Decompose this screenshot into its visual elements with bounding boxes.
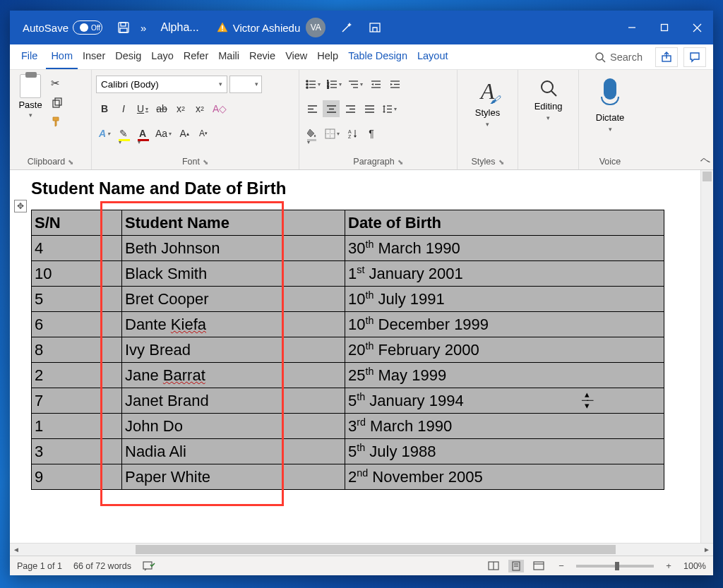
header-dob[interactable]: Date of Birth [345,210,664,236]
autosave-toggle[interactable]: AutoSave Off [23,20,102,35]
multilevel-button[interactable] [346,76,365,92]
dialog-launcher-icon[interactable]: ⬊ [68,158,73,166]
cell-dob[interactable]: 2nd November 2005 [345,464,664,490]
copy-icon[interactable] [51,97,63,109]
table-header-row[interactable]: S/N Student Name Date of Birth [32,210,664,236]
cell-name[interactable]: Nadia Ali [122,439,345,464]
table-row[interactable]: 3Nadia Ali5th July 1988 [32,439,664,464]
document-heading[interactable]: Student Name and Date of Birth [31,179,700,198]
sort-button[interactable]: AZ [344,125,361,142]
shading-button[interactable] [304,125,321,142]
close-button[interactable] [681,11,713,44]
tab-help[interactable]: Help [312,44,343,69]
cell-name[interactable]: Paper White [122,464,345,490]
document-area[interactable]: Student Name and Date of Birth ✥ S/N Stu… [10,170,713,543]
table-move-handle-icon[interactable]: ✥ [14,200,27,212]
cell-dob[interactable]: 25th May 1999 [345,363,664,388]
scroll-right-icon[interactable]: ► [700,544,713,556]
tab-references[interactable]: Refer [179,44,213,69]
table-row[interactable]: 10Black Smith1st January 2001 [32,261,664,287]
format-painter-icon[interactable] [51,116,63,128]
clear-format-icon[interactable]: A◇ [210,100,229,117]
maximize-button[interactable] [648,11,681,44]
align-left-button[interactable] [304,100,321,117]
table-row[interactable]: 5Bret Cooper10th July 1991 [32,287,664,312]
tab-layout[interactable]: Layo [146,44,178,69]
cell-name[interactable]: Janet Brand [122,388,345,414]
cell-sn[interactable]: 10 [32,261,122,287]
font-color-button[interactable]: A [134,125,151,142]
cell-dob[interactable]: 10th December 1999 [345,312,664,337]
table-row[interactable]: 6Dante Kiefa10th December 1999 [32,312,664,337]
cell-name[interactable]: Ivy Bread [122,337,345,363]
horizontal-scrollbar[interactable]: ◄ ► [10,543,713,556]
cell-sn[interactable]: 9 [32,464,122,490]
search-box[interactable]: Search [585,52,652,63]
student-table[interactable]: S/N Student Name Date of Birth 4Beth Joh… [31,210,664,490]
font-name-select[interactable]: Calibri (Body)▾ [96,76,227,93]
cell-dob[interactable]: 5th July 1988 [345,439,664,464]
cell-name[interactable]: Beth Johnson [122,236,345,261]
tab-insert[interactable]: Inser [78,44,110,69]
cell-sn[interactable]: 1 [32,414,122,439]
grow-font-button[interactable]: A▴ [176,125,193,142]
table-row[interactable]: 7Janet Brand5th January 1994 [32,388,664,414]
save-icon[interactable] [116,20,131,35]
bullets-button[interactable] [304,76,323,92]
zoom-out-button[interactable]: − [554,560,569,572]
cell-dob[interactable]: 5th January 1994 [345,388,664,414]
read-mode-icon[interactable] [486,560,501,572]
cell-sn[interactable]: 6 [32,312,122,337]
magic-icon[interactable] [340,20,354,35]
share-button[interactable] [655,47,678,67]
change-case-button[interactable]: Aa [153,125,174,142]
tab-home[interactable]: Hom [46,44,78,69]
cell-name[interactable]: Dante Kiefa [122,312,345,337]
tab-design[interactable]: Desig [110,44,146,69]
bold-button[interactable]: B [96,100,113,117]
tab-mailings[interactable]: Maili [213,44,244,69]
shrink-font-button[interactable]: A▾ [195,125,212,142]
tab-file[interactable]: File [14,44,46,69]
cell-sn[interactable]: 2 [32,363,122,388]
print-layout-icon[interactable] [508,560,524,572]
paste-button[interactable]: Paste ▾ [14,74,47,119]
borders-button[interactable] [323,125,342,142]
editing-button[interactable]: Editing ▾ [523,74,574,121]
text-effects-button[interactable]: A [96,125,113,142]
zoom-in-button[interactable]: + [661,560,676,572]
align-center-button[interactable] [323,100,340,117]
tab-review[interactable]: Revie [244,44,280,69]
line-spacing-button[interactable] [380,100,399,117]
show-marks-button[interactable]: ¶ [363,125,380,142]
italic-button[interactable]: I [115,100,132,117]
cut-icon[interactable]: ✂ [51,77,63,90]
dialog-launcher-icon[interactable]: ⬊ [203,158,208,166]
zoom-level[interactable]: 100% [683,561,706,571]
table-row[interactable]: 4Beth Johnson30th March 1990 [32,236,664,261]
superscript-button[interactable]: x2 [191,100,208,117]
word-count[interactable]: 66 of 72 words [73,561,131,571]
page-indicator[interactable]: Page 1 of 1 [17,561,62,571]
qat-overflow-icon[interactable]: » [141,22,146,34]
cell-dob[interactable]: 10th July 1991 [345,287,664,312]
cell-sn[interactable]: 4 [32,236,122,261]
subscript-button[interactable]: x2 [172,100,189,117]
cell-dob[interactable]: 20th February 2000 [345,337,664,363]
header-sn[interactable]: S/N [32,210,122,236]
vertical-scrollbar[interactable] [700,170,713,543]
numbering-button[interactable]: 123 [325,76,344,92]
dialog-launcher-icon[interactable]: ⬊ [498,158,504,166]
header-name[interactable]: Student Name [122,210,345,236]
cell-sn[interactable]: 8 [32,337,122,363]
align-right-button[interactable] [342,100,359,117]
table-row[interactable]: 9Paper White2nd November 2005 [32,464,664,490]
zoom-slider[interactable] [576,565,654,568]
cell-name[interactable]: Black Smith [122,261,345,287]
minimize-button[interactable] [616,11,648,44]
tab-table-design[interactable]: Table Design [343,44,412,69]
cell-name[interactable]: Jane Barrat [122,363,345,388]
user-account[interactable]: Victor Ashiedu VA [233,18,326,37]
increase-indent-button[interactable] [386,76,403,92]
font-size-select[interactable]: ▾ [229,76,262,93]
